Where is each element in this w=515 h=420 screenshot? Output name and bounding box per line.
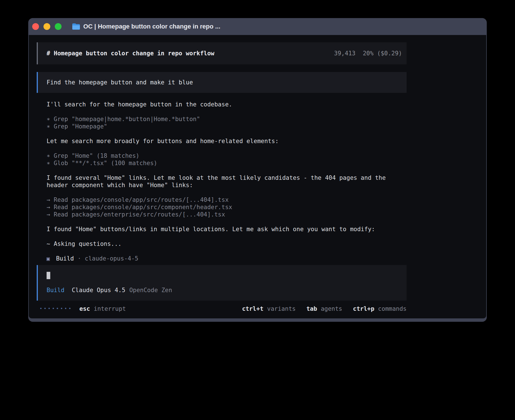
blank-line xyxy=(47,145,407,152)
hint-variants: ctrl+t variants xyxy=(242,305,296,312)
tool-call-grep: ∗ Grep "Home" (18 matches) xyxy=(47,152,407,159)
prompt-input-line[interactable] xyxy=(47,272,402,279)
window-titlebar[interactable]: OC | Homepage button color change in rep… xyxy=(29,18,486,35)
window-controls xyxy=(32,23,66,30)
status-bar: •••••••• esc interrupt ctrl+t variants t… xyxy=(37,305,407,312)
ctrl-p-key-label: ctrl+p xyxy=(353,305,374,312)
blank-line xyxy=(47,248,407,255)
status-asking-questions: ~ Asking questions... xyxy=(47,240,407,248)
tool-call-grep: ∗ Grep "homepage|home.*button|Home.*butt… xyxy=(47,115,407,123)
assistant-message: Let me search more broadly for buttons a… xyxy=(47,137,407,145)
blank-line xyxy=(47,233,407,240)
blank-line xyxy=(47,130,407,137)
tool-call-glob: ∗ Glob "**/*.tsx" (100 matches) xyxy=(47,159,407,167)
conversation-transcript: I'll search for the homepage button in t… xyxy=(47,101,407,262)
tool-call-read: → Read packages/enterprise/src/routes/[.… xyxy=(47,211,407,218)
tool-call-grep: ∗ Grep "Homepage" xyxy=(47,123,407,130)
assistant-message: I'll search for the homepage button in t… xyxy=(47,101,407,108)
variants-label: variants xyxy=(267,305,296,312)
commands-label: commands xyxy=(378,305,407,312)
close-window-button[interactable] xyxy=(32,23,39,30)
text-cursor xyxy=(47,272,50,279)
model-status-line: Build Claude Opus 4.5 OpenCode Zen xyxy=(47,286,402,294)
hint-agents: tab agents xyxy=(306,305,342,312)
agents-label: agents xyxy=(321,305,342,312)
esc-action-label: interrupt xyxy=(94,305,126,312)
agent-icon: ▣ xyxy=(47,255,50,262)
assistant-message: I found "Home" buttons/links in multiple… xyxy=(47,226,407,233)
agent-status-line: ▣ Build · claude-opus-4-5 xyxy=(47,255,407,262)
blank-line xyxy=(47,108,407,115)
blank-line xyxy=(47,167,407,174)
user-message: Find the homepage button and make it blu… xyxy=(37,72,407,93)
provider-name: OpenCode Zen xyxy=(129,286,172,294)
zoom-window-button[interactable] xyxy=(55,23,62,30)
ctrl-t-key-label: ctrl+t xyxy=(242,305,263,312)
hint-commands: ctrl+p commands xyxy=(353,305,407,312)
status-left: •••••••• esc interrupt xyxy=(40,305,126,312)
window-title: OC | Homepage button color change in rep… xyxy=(83,23,220,30)
tool-call-read: → Read packages/console/app/src/componen… xyxy=(47,204,407,211)
assistant-message: I found several "Home" links. Let me loo… xyxy=(47,174,407,189)
agent-mode-label[interactable]: Build xyxy=(47,286,64,294)
separator-dot: · xyxy=(78,255,81,262)
model-name: Claude Opus 4.5 xyxy=(72,286,125,294)
context-usage: 20% ($0.29) xyxy=(363,50,402,57)
session-title: # Homepage button color change in repo w… xyxy=(47,50,214,57)
terminal-window: OC | Homepage button color change in rep… xyxy=(28,18,487,322)
esc-key-label: esc xyxy=(79,305,90,312)
agent-name: Build xyxy=(56,255,74,262)
blank-line xyxy=(47,218,407,226)
token-count: 39,413 xyxy=(334,50,355,57)
folder-icon xyxy=(72,23,80,30)
spinner-dots: •••••••• xyxy=(40,305,73,312)
minimize-window-button[interactable] xyxy=(43,23,50,30)
session-stats: 39,413 20% ($0.29) xyxy=(334,50,402,57)
hint-interrupt: esc interrupt xyxy=(79,305,126,312)
terminal-content: # Homepage button color change in repo w… xyxy=(29,35,486,318)
prompt-input[interactable]: Build Claude Opus 4.5 OpenCode Zen xyxy=(37,265,407,301)
session-header: # Homepage button color change in repo w… xyxy=(37,42,407,64)
blank-line xyxy=(47,189,407,196)
tool-call-read: → Read packages/console/app/src/routes/[… xyxy=(47,196,407,204)
tab-key-label: tab xyxy=(306,305,317,312)
agent-model: claude-opus-4-5 xyxy=(85,255,138,262)
status-right: ctrl+t variants tab agents ctrl+p comman… xyxy=(242,305,407,312)
user-message-text: Find the homepage button and make it blu… xyxy=(47,79,193,86)
